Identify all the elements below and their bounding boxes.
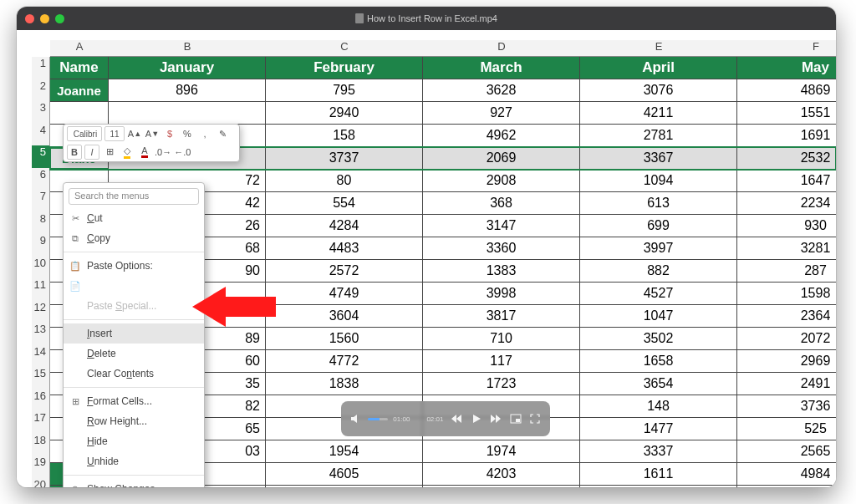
data-cell[interactable]: 2763 <box>423 486 580 487</box>
data-cell[interactable]: 3076 <box>580 79 737 102</box>
mini-toolbar[interactable]: Calibri 11 A▲ A▼ $ % , ✎ B I ⊞ ◇ A .0→ ←… <box>63 124 240 162</box>
data-cell[interactable]: 368 <box>423 192 580 215</box>
menu-search-input[interactable]: Search the menus <box>69 188 199 205</box>
data-cell[interactable]: 927 <box>423 102 580 125</box>
data-cell[interactable]: 4962 <box>423 125 580 147</box>
volume-slider[interactable] <box>368 418 389 420</box>
data-cell[interactable]: 2781 <box>580 125 737 147</box>
zoom-icon[interactable] <box>55 14 64 23</box>
data-cell[interactable]: 3367 <box>580 147 737 170</box>
menu-item-cut[interactable]: ✂Cut <box>64 208 204 228</box>
row-header[interactable]: 12 <box>32 301 50 323</box>
data-cell[interactable]: 2069 <box>423 147 580 170</box>
data-cell[interactable]: 3817 <box>423 305 580 328</box>
data-cell[interactable]: 4284 <box>266 215 423 237</box>
column-header[interactable]: C <box>266 40 423 57</box>
data-cell[interactable]: 3502 <box>580 328 737 350</box>
menu-item-show-changes[interactable]: ⟳Show Changes <box>64 479 204 487</box>
data-cell[interactable]: 4605 <box>266 463 423 486</box>
bold-button[interactable]: B <box>67 145 82 160</box>
data-cell[interactable]: 3998 <box>423 283 580 305</box>
header-cell[interactable]: Name <box>50 57 109 79</box>
row-header[interactable]: 14 <box>32 345 50 368</box>
column-header[interactable]: F <box>737 40 836 57</box>
data-cell[interactable]: 2565 <box>737 440 836 463</box>
column-header[interactable]: E <box>580 40 737 57</box>
row-header[interactable]: 3 <box>32 101 50 124</box>
data-cell[interactable]: 1974 <box>423 440 580 463</box>
data-cell[interactable]: 930 <box>737 215 836 237</box>
data-cell[interactable]: 4527 <box>580 283 737 305</box>
row-header[interactable]: 8 <box>32 212 50 235</box>
data-cell[interactable]: 3737 <box>266 147 423 170</box>
header-cell[interactable]: April <box>580 57 737 79</box>
data-cell[interactable]: 1838 <box>266 373 423 395</box>
data-cell[interactable]: 4869 <box>737 79 836 102</box>
data-cell[interactable]: 699 <box>580 215 737 237</box>
menu-item-clear[interactable]: Clear Contents <box>64 364 204 384</box>
data-cell[interactable]: 1611 <box>580 463 737 486</box>
data-cell[interactable]: 3736 <box>737 395 836 418</box>
decrease-decimal-icon[interactable]: ←.0 <box>174 145 191 160</box>
data-cell[interactable]: 2364 <box>737 305 836 328</box>
data-cell[interactable]: 4772 <box>266 350 423 373</box>
data-cell[interactable] <box>109 102 266 125</box>
data-cell[interactable]: 795 <box>266 79 423 102</box>
data-cell[interactable]: 2491 <box>737 373 836 395</box>
data-cell[interactable]: 148 <box>580 395 737 418</box>
font-name-select[interactable]: Calibri <box>67 126 102 141</box>
data-cell[interactable]: 773 <box>266 486 423 487</box>
data-cell[interactable]: 3997 <box>580 237 737 260</box>
data-cell[interactable]: 1658 <box>580 350 737 373</box>
data-cell[interactable]: 3604 <box>266 305 423 328</box>
row-header[interactable]: 20 <box>32 478 50 488</box>
decrease-font-icon[interactable]: A▼ <box>145 126 160 141</box>
row-header[interactable]: 5 <box>32 145 50 168</box>
data-cell[interactable]: 1560 <box>266 328 423 350</box>
close-icon[interactable] <box>25 14 34 23</box>
data-cell[interactable]: 4989 <box>580 486 737 487</box>
data-cell[interactable]: 2940 <box>266 102 423 125</box>
data-cell[interactable]: 3281 <box>737 237 836 260</box>
name-cell[interactable]: Joanne <box>50 79 109 102</box>
italic-button[interactable]: I <box>84 145 99 160</box>
rewind-icon[interactable] <box>448 410 465 428</box>
column-header[interactable]: D <box>423 40 580 57</box>
fill-color-icon[interactable]: ◇ <box>120 145 135 160</box>
data-cell[interactable]: 4211 <box>580 102 737 125</box>
font-size-select[interactable]: 11 <box>104 126 125 141</box>
data-cell[interactable]: 1047 <box>580 305 737 328</box>
data-cell[interactable]: 1551 <box>737 102 836 125</box>
row-header[interactable]: 18 <box>32 434 50 456</box>
data-cell[interactable]: 882 <box>580 260 737 283</box>
row-header[interactable]: 7 <box>32 190 50 212</box>
data-cell[interactable]: 554 <box>266 192 423 215</box>
data-cell[interactable]: 4749 <box>266 283 423 305</box>
row-header[interactable]: 10 <box>32 257 50 279</box>
data-cell[interactable]: 80 <box>266 170 423 192</box>
data-cell[interactable]: 2969 <box>737 350 836 373</box>
data-cell[interactable]: 896 <box>109 79 266 102</box>
row-header[interactable]: 2 <box>32 79 50 102</box>
format-painter-icon[interactable]: ✎ <box>215 126 230 141</box>
data-cell[interactable]: 2908 <box>423 170 580 192</box>
header-cell[interactable]: May <box>737 57 836 79</box>
row-header[interactable]: 6 <box>32 168 50 191</box>
header-cell[interactable]: January <box>109 57 266 79</box>
border-button[interactable]: ⊞ <box>102 145 117 160</box>
fullscreen-icon[interactable] <box>527 410 543 428</box>
increase-font-icon[interactable]: A▲ <box>127 126 142 141</box>
data-cell[interactable]: 710 <box>423 328 580 350</box>
accounting-format-icon[interactable]: $ <box>162 126 177 141</box>
pip-icon[interactable] <box>507 410 524 428</box>
data-cell[interactable]: 3628 <box>423 79 580 102</box>
row-header[interactable]: 17 <box>32 411 50 434</box>
data-cell[interactable]: 1691 <box>737 125 836 147</box>
volume-icon[interactable] <box>348 410 364 428</box>
data-cell[interactable]: 1598 <box>737 283 836 305</box>
data-cell[interactable]: 4984 <box>737 463 836 486</box>
row-header[interactable]: 4 <box>32 124 50 146</box>
comma-format-icon[interactable]: , <box>197 126 212 141</box>
row-header[interactable]: 19 <box>32 456 50 478</box>
data-cell[interactable]: 1647 <box>737 170 836 192</box>
